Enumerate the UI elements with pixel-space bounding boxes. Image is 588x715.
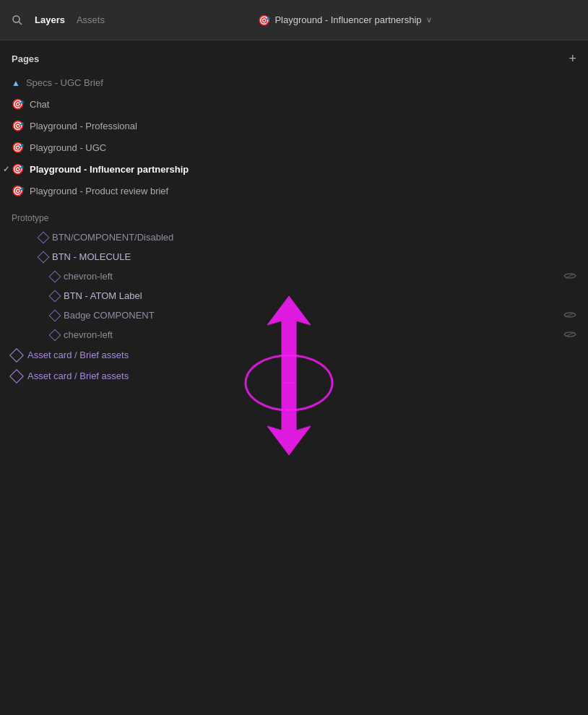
search-icon[interactable]	[12, 14, 23, 26]
page-item-playground-ugc[interactable]: 🎯 Playground - UGC	[0, 136, 588, 158]
page-label-playground-ugc: Playground - UGC	[30, 142, 106, 153]
page-title-text: Playground - Influencer partnership	[274, 14, 421, 25]
influencer-chess-icon: 🎯	[12, 163, 24, 175]
layers-tab[interactable]: Layers	[35, 12, 65, 28]
page-label-playground-professional: Playground - Professional	[30, 121, 137, 131]
layer-label-chevron-left-1: chevron-left	[64, 271, 113, 282]
diamond-icon-chevron-left-2	[49, 329, 61, 341]
diamond-icon-badge-component	[49, 309, 61, 321]
page-item-playground-influencer[interactable]: ✓ 🎯 Playground - Influencer partnership	[0, 158, 588, 180]
page-label-playground-product: Playground - Product review brief	[30, 186, 168, 196]
active-check-icon: ✓	[3, 165, 9, 174]
layer-label-badge-component: Badge COMPONENT	[64, 310, 155, 321]
eye-icon-badge-component[interactable]	[563, 311, 576, 321]
asset-card-label-1: Asset card / Brief assets	[27, 350, 129, 360]
asset-card-diamond-2	[9, 369, 24, 384]
page-item-specs-ugc[interactable]: ▲ Specs - UGC Brief	[0, 72, 588, 93]
asset-card-item-2[interactable]: Asset card / Brief assets	[0, 365, 588, 386]
svg-line-1	[19, 22, 22, 25]
chat-chess-icon: 🎯	[12, 98, 24, 110]
eye-icon-chevron-left-2[interactable]	[563, 330, 576, 340]
page-label-specs-ugc: Specs - UGC Brief	[26, 77, 103, 88]
layer-item-btn-molecule[interactable]: BTN - MOLECULE	[0, 247, 588, 266]
add-page-button[interactable]: +	[568, 52, 576, 65]
topbar-center: 🎯 Playground - Influencer partnership ∨	[113, 14, 576, 26]
professional-chess-icon: 🎯	[12, 120, 24, 131]
layer-label-btn-component-disabled: BTN/COMPONENT/Disabled	[52, 232, 173, 243]
page-chess-icon: 🎯	[258, 14, 270, 26]
topbar: Layers Assets 🎯 Playground - Influencer …	[0, 0, 588, 40]
diamond-icon-btn-component-disabled	[38, 231, 50, 243]
layer-item-btn-atom-label[interactable]: BTN - ATOM Label	[0, 286, 588, 306]
pages-header: Pages +	[0, 40, 588, 72]
eye-icon-chevron-left-1[interactable]	[563, 272, 576, 282]
layer-label-btn-molecule: BTN - MOLECULE	[52, 251, 131, 262]
product-chess-icon: 🎯	[12, 185, 24, 196]
page-item-playground-product[interactable]: 🎯 Playground - Product review brief	[0, 180, 588, 202]
layer-item-btn-component-disabled[interactable]: BTN/COMPONENT/Disabled	[0, 228, 588, 247]
page-title-bar[interactable]: 🎯 Playground - Influencer partnership ∨	[258, 14, 431, 26]
ugc-chess-icon: 🎯	[12, 142, 24, 153]
assets-tab[interactable]: Assets	[77, 12, 105, 28]
diamond-icon-btn-atom-label	[49, 290, 61, 302]
asset-card-item-1[interactable]: Asset card / Brief assets	[0, 344, 588, 365]
svg-point-0	[13, 16, 20, 22]
page-item-playground-professional[interactable]: 🎯 Playground - Professional	[0, 115, 588, 136]
prototype-section-label: Prototype	[0, 207, 588, 228]
diamond-icon-btn-molecule	[38, 251, 50, 263]
layer-item-chevron-left-2[interactable]: chevron-left	[0, 325, 588, 344]
diamond-icon-chevron-left-1	[49, 270, 61, 282]
asset-card-label-2: Asset card / Brief assets	[27, 370, 129, 381]
layer-label-btn-atom-label: BTN - ATOM Label	[64, 290, 142, 301]
pages-title: Pages	[12, 53, 39, 64]
layer-list: BTN/COMPONENT/Disabled BTN - MOLECULE ch…	[0, 228, 588, 344]
page-item-chat[interactable]: 🎯 Chat	[0, 93, 588, 115]
page-title-caret: ∨	[426, 15, 432, 25]
page-label-playground-influencer: Playground - Influencer partnership	[30, 164, 189, 175]
page-list: ▲ Specs - UGC Brief 🎯 Chat 🎯 Playground …	[0, 72, 588, 207]
specs-triangle-icon: ▲	[12, 78, 20, 88]
topbar-left: Layers Assets	[12, 12, 105, 28]
layer-item-badge-component[interactable]: Badge COMPONENT	[0, 306, 588, 325]
asset-card-diamond-1	[9, 348, 24, 363]
page-label-chat: Chat	[30, 99, 49, 110]
layer-label-chevron-left-2: chevron-left	[64, 329, 113, 340]
layer-item-chevron-left-1[interactable]: chevron-left	[0, 266, 588, 286]
